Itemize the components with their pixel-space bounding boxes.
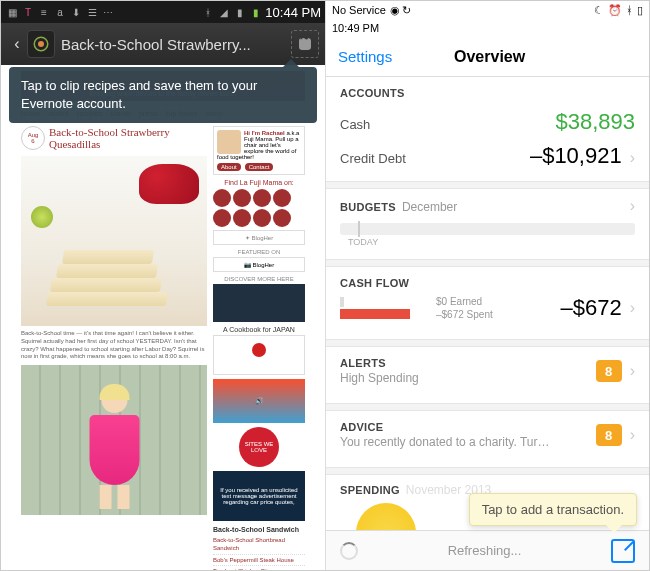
accounts-header: ACCOUNTS [326, 77, 649, 105]
advice-badge: 8 [596, 424, 622, 446]
status-icon: ▦ [5, 5, 19, 19]
avatar [217, 130, 241, 154]
blogher-badge[interactable]: 📷 BlogHer [213, 257, 305, 272]
child-photo [21, 365, 207, 515]
android-app-header: ‹ Back-to-School Strawberry... [1, 23, 325, 65]
app-icon[interactable] [27, 30, 55, 58]
intro-block: Hi I'm Rachael a.k.a Fuji Mama. Pull up … [213, 126, 305, 175]
wifi-icon: ◢ [217, 5, 231, 19]
status-icon: ☰ [85, 5, 99, 19]
compose-button[interactable] [611, 539, 635, 563]
ad-block[interactable] [213, 284, 305, 322]
chevron-right-icon: › [630, 426, 635, 444]
carrier: No Service [332, 4, 386, 16]
spending-header: SPENDING [340, 484, 400, 496]
page-title: Back-to-School Strawberry... [61, 36, 291, 53]
webpage-content[interactable]: Bringing world flavors to the family din… [1, 65, 325, 570]
chevron-right-icon: › [630, 149, 635, 167]
android-status-bar: ▦ T ≡ a ⬇ ☰ ⋯ ᚼ ◢ ▮ ▮ 10:44 PM [1, 1, 325, 23]
sidebar-link[interactable]: Bob's Peppermill Steak House [213, 555, 305, 566]
budgets-month: December [402, 200, 457, 214]
status-icon: ≡ [37, 5, 51, 19]
bluetooth-icon: ᚼ [626, 4, 633, 16]
today-marker: TODAY [348, 237, 635, 247]
sites-love-badge[interactable]: SITES WE LOVE [239, 427, 279, 467]
add-transaction-tooltip[interactable]: Tap to add a transaction. [469, 493, 637, 526]
contact-button[interactable]: Contact [245, 163, 274, 171]
featured-header: FEATURED ON [213, 249, 305, 255]
status-icon: ⋯ [101, 5, 115, 19]
battery-icon: ▮ [249, 5, 263, 19]
sync-icon: ↻ [402, 4, 411, 17]
chevron-right-icon: › [630, 299, 635, 317]
status-icon: ⬇ [69, 5, 83, 19]
status-icon: T [21, 5, 35, 19]
evernote-clip-icon[interactable] [291, 30, 319, 58]
chevron-right-icon: › [630, 362, 635, 380]
wifi-icon: ◉ [390, 4, 400, 17]
back-icon[interactable]: ‹ [7, 35, 27, 53]
status-icon: a [53, 5, 67, 19]
ios-screen: No Service ◉ ↻ ☾ ⏰ ᚼ ▯ 10:49 PM Settings… [326, 1, 649, 570]
cashflow-labels: $0 Earned –$672 Spent [436, 295, 493, 321]
discover-header: DISCOVER MORE HERE [213, 276, 305, 282]
advice-row[interactable]: ADVICE You recently donated to a charity… [326, 411, 649, 459]
sidebar-link[interactable]: Back-to-School Shortbread Sandwich [213, 535, 305, 555]
spinner-icon [340, 542, 358, 560]
text-ad[interactable]: If you received an unsolicited text mess… [213, 471, 305, 521]
refreshing-label: Refreshing... [358, 543, 611, 558]
debt-row[interactable]: Credit Debt –$10,921 › [326, 139, 649, 173]
overview-content[interactable]: ACCOUNTS Cash $38,893 Credit Debt –$10,9… [326, 77, 649, 530]
moon-icon: ☾ [594, 4, 604, 17]
sidebar-links[interactable]: Back-to-School Sandwich Back-to-School S… [213, 525, 305, 570]
budgets-section[interactable]: BUDGETS December › TODAY [326, 189, 649, 251]
recipe-photo [21, 156, 207, 326]
evernote-tooltip[interactable]: Tap to clip recipes and save them to you… [9, 67, 317, 123]
advice-header: ADVICE [340, 421, 596, 433]
article-title[interactable]: Back-to-School Strawberry Quesadillas [21, 126, 207, 150]
chevron-right-icon: › [630, 197, 635, 215]
advice-sub: You recently donated to a charity. Tur… [340, 435, 596, 449]
article-excerpt: Back-to-School time — it's that time aga… [21, 330, 207, 361]
blogher-badge[interactable]: ✦ BlogHer [213, 230, 305, 245]
cashflow-value: –$672 [493, 295, 622, 321]
podcast-ad[interactable]: 🔊 [213, 379, 305, 423]
bluetooth-icon: ᚼ [201, 5, 215, 19]
about-button[interactable]: About [217, 163, 241, 171]
sidebar: Hi I'm Rachael a.k.a Fuji Mama. Pull up … [213, 126, 305, 570]
android-screen: ▦ T ≡ a ⬇ ☰ ⋯ ᚼ ◢ ▮ ▮ 10:44 PM ‹ Back-to… [1, 1, 326, 570]
status-time: 10:44 PM [265, 5, 321, 20]
battery-icon: ▯ [637, 4, 643, 17]
article: Aug6 Back-to-School Strawberry Quesadill… [21, 126, 207, 570]
cashflow-bars [340, 297, 430, 319]
alarm-icon: ⏰ [608, 4, 622, 17]
budgets-header: BUDGETS [340, 201, 396, 213]
ios-nav-bar: Settings Overview [326, 37, 649, 77]
cashflow-section[interactable]: CASH FLOW $0 Earned –$672 Spent –$672 › [326, 267, 649, 331]
alerts-header: ALERTS [340, 357, 596, 369]
svg-point-1 [38, 41, 44, 47]
overview-title: Overview [342, 48, 637, 66]
cookbook-header: A Cookbook for JAPAN [213, 326, 305, 333]
social-icons[interactable] [213, 189, 305, 227]
japan-block[interactable] [213, 335, 305, 375]
cashflow-header: CASH FLOW [340, 277, 635, 295]
spending-chart [356, 503, 416, 530]
find-header: Find La Fuji Mama on: [213, 179, 305, 186]
sidebar-link[interactable]: Tandoori Chicken Bites [213, 566, 305, 570]
status-time: 10:49 PM [326, 19, 649, 37]
ios-status-bar: No Service ◉ ↻ ☾ ⏰ ᚼ ▯ [326, 1, 649, 19]
cash-row[interactable]: Cash $38,893 [326, 105, 649, 139]
alerts-sub: High Spending [340, 371, 596, 385]
alerts-badge: 8 [596, 360, 622, 382]
ios-toolbar: Refreshing... [326, 530, 649, 570]
budget-progress-bar [340, 223, 635, 235]
post-date: Aug6 [21, 126, 45, 150]
alerts-row[interactable]: ALERTS High Spending 8 › [326, 347, 649, 395]
signal-icon: ▮ [233, 5, 247, 19]
